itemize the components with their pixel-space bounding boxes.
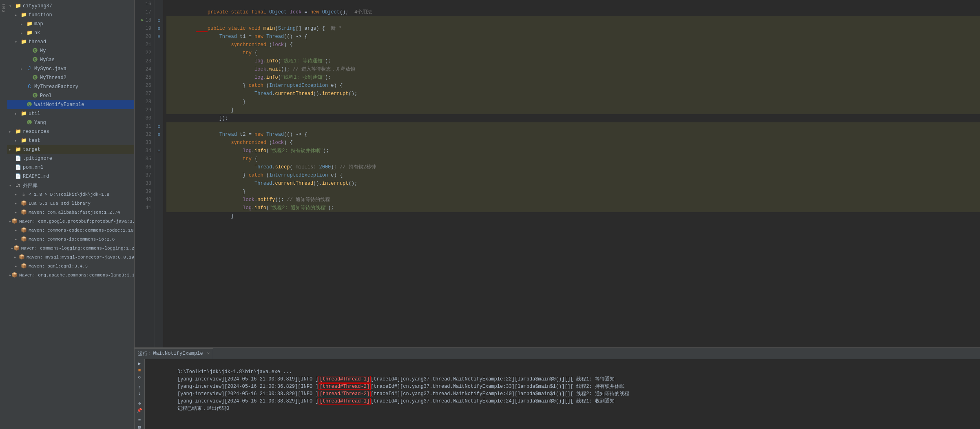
tree-item-yang[interactable]: 🅒 Yang <box>7 118 134 127</box>
gutter-20[interactable]: ⊟ <box>155 33 163 41</box>
tree-item-cityyang37[interactable]: ▾ 📁 cityyang37 <box>7 2 134 11</box>
tree-item-util[interactable]: ▸ 📁 util <box>7 109 134 118</box>
type-thread: Thread <box>219 34 240 40</box>
tree-item-external[interactable]: ▾ 🗂 外部库 <box>7 181 134 190</box>
tree-item-maven-io[interactable]: ▸ 📦 Maven: commons-io:commons-io:2.6 <box>7 235 134 244</box>
maven-icon: 📦 <box>20 263 27 270</box>
tree-label: README.md <box>23 174 49 179</box>
tree-item-mythreadfactory[interactable]: C MyThreadFactory <box>7 82 134 91</box>
str-thread1-wait: "线程1: 等待通知" <box>281 58 325 64</box>
chevron-right-icon: ▸ <box>20 22 26 27</box>
tree-item-waitnotify[interactable]: 🅒 WaitNotifyExample <box>7 100 134 109</box>
type-interrupted2: InterruptedException <box>269 172 331 178</box>
gutter-29 <box>155 106 163 114</box>
layout-button[interactable]: ⊞ <box>135 425 144 429</box>
tree-item-maven-logging[interactable]: ▸ 📦 Maven: commons-logging:commons-loggi… <box>7 244 134 253</box>
comment-usage: 4个用法 <box>354 9 372 15</box>
tree-item-my[interactable]: 🅒 My <box>7 46 134 55</box>
stop-button[interactable]: ■ <box>135 368 144 373</box>
tree-item-lua[interactable]: ▸ 📦 Lua 5.3 Lua std library <box>7 199 134 208</box>
gutter-21 <box>155 41 163 49</box>
line-num-29: 29 <box>138 106 151 114</box>
gutter-37 <box>155 171 163 179</box>
dot2: . <box>266 66 269 72</box>
paren11: ); <box>328 205 334 211</box>
gutter-19[interactable]: ⊟ <box>155 24 163 33</box>
line-num-text: 27 <box>146 90 151 98</box>
pin-button[interactable]: 📌 <box>135 408 144 413</box>
gutter-31[interactable]: ⊟ <box>155 122 163 130</box>
fold-gutter: ⊟ ⊟ ⊟ ⊟ ⊟ ⊟ <box>155 0 163 347</box>
tree-item-maven-ognl[interactable]: ▸ 📦 Maven: ognl:ognl:3.4.3 <box>7 262 134 271</box>
indent <box>196 172 243 178</box>
scroll-down-button[interactable]: ↓ <box>135 391 144 396</box>
kw-static: static <box>231 9 251 15</box>
paren-close2: ) { <box>284 42 293 48</box>
dot3: . <box>263 75 266 80</box>
run-arrow-icon[interactable]: ▶ <box>142 16 144 24</box>
tree-item-mysync[interactable]: ▸ J MySync.java <box>7 64 134 73</box>
tree-item-readme[interactable]: 📄 README.md <box>7 172 134 181</box>
run-button[interactable]: ▶ <box>135 361 144 366</box>
settings-button[interactable]: ⚙ <box>135 401 144 406</box>
tree-label: target <box>23 147 40 153</box>
folder-icon: 📁 <box>20 39 27 45</box>
str-thread2-notify: "线程2: 通知等待的线程" <box>269 205 328 211</box>
method-info: info <box>266 58 278 64</box>
tree-item-target[interactable]: ▸ 📁 target <box>7 145 134 154</box>
code-line-35: Thread.sleep( millis: 2000); // 持有锁2秒钟 <box>166 155 980 163</box>
tree-item-function[interactable]: ▸ 📁 function <box>7 11 134 20</box>
indent <box>196 91 254 97</box>
tms-label: TMS <box>0 0 7 429</box>
class-icon: 🅒 <box>26 102 33 108</box>
code-line-28: } <box>166 98 980 106</box>
gutter-17 <box>155 8 163 16</box>
tree-item-pomxml[interactable]: 📄 pom.xml <box>7 163 134 172</box>
tree-item-map[interactable]: ▸ 📁 map <box>7 20 134 29</box>
tree-item-test[interactable]: ▸ 📁 test <box>7 136 134 145</box>
field-log2: log <box>254 75 263 80</box>
rerun-button[interactable]: ↺ <box>135 374 144 380</box>
tree-item-thread[interactable]: ▾ 📁 thread <box>7 38 134 46</box>
tree-item-resources[interactable]: ▸ 📁 resources <box>7 127 134 136</box>
tms-text: TMS <box>1 3 6 13</box>
tree-item-pool[interactable]: 🅒 Pool <box>7 91 134 100</box>
paren-open: ( <box>275 26 278 31</box>
line-num-text: 28 <box>146 98 151 106</box>
tree-item-jdk18[interactable]: ▸ ☕ < 1.8 > D:\Toolkit\jdk\jdk-1.8 <box>7 190 134 199</box>
indent <box>196 181 254 186</box>
paren: ( <box>278 58 281 64</box>
tree-label: resources <box>23 129 49 135</box>
tree-label: Maven: commons-logging:commons-logging:1… <box>21 246 134 251</box>
run-tab-close[interactable]: × <box>207 351 210 356</box>
gutter-23 <box>155 57 163 65</box>
line-num-text: 39 <box>146 188 151 196</box>
chevron-down-icon: ▾ <box>9 183 15 188</box>
gutter-32[interactable]: ⊟ <box>155 130 163 139</box>
line-num-text: 16 <box>146 0 151 8</box>
gutter-41 <box>155 204 163 212</box>
gutter-34[interactable]: ⊟ <box>155 147 163 155</box>
tree-item-maven-commons-lang[interactable]: ▸ 📦 Maven: org.apache.commons:commons-la… <box>7 271 134 280</box>
tree-item-maven-mysql[interactable]: ▸ 📦 Maven: mysql:mysql-connector-java:8.… <box>7 253 134 262</box>
tree-item-nk[interactable]: ▸ 📁 nk <box>7 29 134 38</box>
line-num-text: 26 <box>146 82 151 90</box>
console-output: D:\Toolkit\jdk\jdk-1.8\bin\java.exe ... … <box>145 359 980 429</box>
run-tab-label: 运行: <box>138 350 150 357</box>
wrap-button[interactable]: ≡ <box>135 418 144 423</box>
method-current: currentThread <box>275 91 313 97</box>
bracket: [] <box>296 26 305 31</box>
line-num-36: 36 <box>138 163 151 171</box>
gutter-18[interactable]: ⊟ <box>155 16 163 24</box>
kw-sync2: synchronized <box>231 140 269 146</box>
tree-item-mythread2[interactable]: 🅒 MyThread2 <box>7 73 134 82</box>
indent <box>196 189 243 195</box>
field-log4: log <box>243 205 252 211</box>
scroll-up-button[interactable]: ↑ <box>135 385 144 389</box>
tree-item-maven-fastjson[interactable]: ▸ 📦 Maven: com.alibaba:fastjson:1.2.74 <box>7 208 134 217</box>
tree-item-maven-protobuf[interactable]: ▸ 📦 Maven: com.google.protobuf:protobuf-… <box>7 217 134 226</box>
tree-item-mycas[interactable]: 🅒 MyCas <box>7 55 134 64</box>
tree-item-gitignore[interactable]: 📄 .gitignore <box>7 154 134 163</box>
tree-item-maven-codec[interactable]: ▸ 📦 Maven: commons-codec:commons-codec:1… <box>7 226 134 235</box>
method-interrupt: interrupt <box>322 91 349 97</box>
